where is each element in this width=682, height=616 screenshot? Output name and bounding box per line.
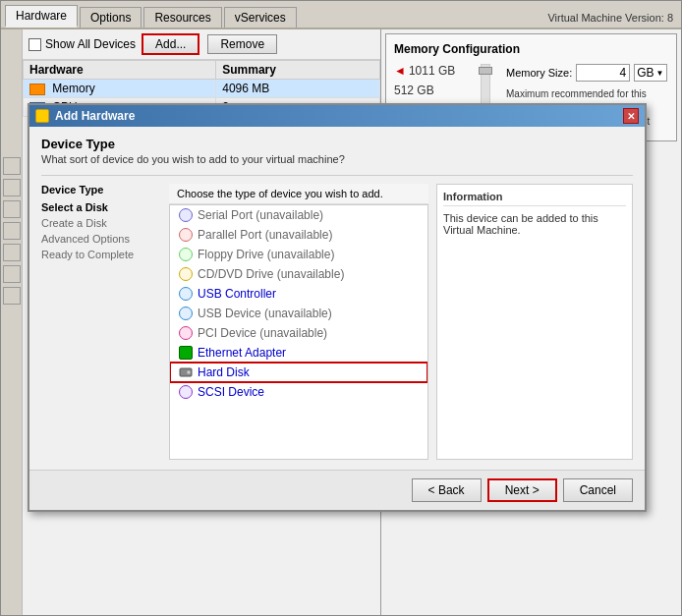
device-label: Hard Disk — [198, 365, 250, 379]
tab-resources[interactable]: Resources — [143, 7, 221, 28]
show-all-devices[interactable]: Show All Devices — [28, 37, 136, 51]
sidebar-icons — [1, 29, 23, 615]
sidebar-icon-2 — [3, 179, 21, 196]
sidebar-icon-7 — [3, 287, 21, 305]
sidebar-icon-3 — [3, 200, 21, 218]
memory-config-title: Memory Configuration — [394, 42, 668, 56]
hw-summary-memory: 4096 MB — [216, 80, 380, 98]
device-parallel-port[interactable]: Parallel Port (unavailable) — [170, 225, 427, 245]
mem-label-512: 512 GB — [394, 84, 434, 97]
mem-size-label: Memory Size: — [506, 67, 572, 79]
add-button[interactable]: Add... — [142, 33, 199, 55]
wizard-step-advanced: Advanced Options — [41, 233, 159, 245]
dialog-header-title: Device Type — [41, 137, 633, 151]
remove-button[interactable]: Remove — [207, 34, 277, 54]
device-label: PCI Device (unavailable) — [198, 326, 327, 340]
device-usb-controller[interactable]: USB Controller — [170, 284, 427, 304]
device-label: Ethernet Adapter — [198, 346, 286, 360]
harddisk-icon — [178, 364, 194, 380]
sidebar-icon-1 — [3, 157, 21, 175]
hw-name-memory: Memory — [24, 80, 216, 98]
wizard-step-select-disk[interactable]: Select a Disk — [41, 201, 159, 213]
serial-icon — [178, 207, 194, 223]
scsi-icon — [178, 384, 194, 400]
show-all-checkbox[interactable] — [28, 38, 41, 51]
device-list-container: Choose the type of device you wish to ad… — [169, 184, 428, 460]
tab-hardware[interactable]: Hardware — [5, 5, 78, 28]
dialog-body: Device Type What sort of device do you w… — [29, 127, 645, 470]
back-button[interactable]: < Back — [412, 478, 482, 502]
wizard-steps-title: Device Type — [41, 184, 159, 196]
device-label: Floppy Drive (unavailable) — [198, 248, 334, 261]
device-serial-port[interactable]: Serial Port (unavailable) — [170, 205, 427, 225]
add-hardware-dialog: Add Hardware ✕ Device Type What sort of … — [28, 103, 647, 512]
wizard-step-ready: Ready to Complete — [41, 249, 159, 260]
dialog-footer: < Back Next > Cancel — [29, 470, 645, 510]
device-list[interactable]: Serial Port (unavailable) Parallel Port … — [169, 204, 428, 460]
memory-size-row: Memory Size: GB ▼ — [506, 64, 668, 82]
device-hard-disk[interactable]: Hard Disk — [170, 363, 427, 382]
device-label: CD/DVD Drive (unavailable) — [198, 267, 344, 281]
device-usb-device[interactable]: USB Device (unavailable) — [170, 304, 427, 323]
device-label: Serial Port (unavailable) — [198, 208, 323, 222]
tab-options[interactable]: Options — [80, 7, 142, 28]
pci-icon — [178, 325, 194, 341]
mem-unit-label: GB — [637, 66, 654, 80]
chevron-down-icon: ▼ — [656, 69, 664, 78]
tab-bar: Hardware Options Resources vServices Vir… — [1, 1, 681, 29]
memory-size-input[interactable] — [576, 64, 630, 82]
dialog-header: Device Type What sort of device do you w… — [41, 137, 633, 165]
col-hardware: Hardware — [24, 61, 216, 80]
wizard-steps: Device Type Select a Disk Create a Disk … — [41, 184, 169, 460]
dialog-content: Device Type Select a Disk Create a Disk … — [41, 175, 633, 460]
wizard-step-create-disk: Create a Disk — [41, 217, 159, 229]
col-summary: Summary — [216, 61, 380, 80]
mem-unit-selector[interactable]: GB ▼ — [634, 64, 666, 82]
tab-vservices[interactable]: vServices — [224, 7, 297, 28]
device-pci[interactable]: PCI Device (unavailable) — [170, 323, 427, 343]
sidebar-icon-6 — [3, 265, 21, 283]
device-cd-dvd[interactable]: CD/DVD Drive (unavailable) — [170, 264, 427, 284]
device-ethernet[interactable]: Ethernet Adapter — [170, 343, 427, 363]
sidebar-icon-4 — [3, 222, 21, 240]
usb-controller-icon — [178, 286, 194, 302]
svg-point-1 — [187, 370, 191, 374]
cancel-button[interactable]: Cancel — [563, 478, 633, 502]
table-row[interactable]: Memory 4096 MB — [24, 80, 380, 98]
next-button[interactable]: Next > — [487, 478, 557, 502]
dialog-icon — [35, 109, 49, 123]
parallel-icon — [178, 227, 194, 243]
show-all-label: Show All Devices — [45, 37, 136, 51]
device-label: SCSI Device — [198, 385, 264, 399]
dialog-titlebar: Add Hardware ✕ — [29, 105, 645, 127]
info-title: Information — [443, 191, 626, 206]
cd-icon — [178, 266, 194, 282]
memory-icon — [29, 84, 45, 95]
mem-label-1011: 1011 GB — [409, 64, 455, 78]
ethernet-icon — [178, 345, 194, 361]
device-scsi[interactable]: SCSI Device — [170, 382, 427, 402]
floppy-icon — [178, 247, 194, 262]
device-label: USB Controller — [198, 287, 276, 301]
dialog-title: Add Hardware — [55, 109, 617, 123]
device-label: USB Device (unavailable) — [198, 307, 332, 320]
info-panel: Information This device can be added to … — [436, 184, 633, 460]
dialog-close-button[interactable]: ✕ — [623, 108, 639, 124]
slider-thumb[interactable] — [479, 67, 492, 75]
device-list-header: Choose the type of device you wish to ad… — [169, 184, 428, 204]
vm-version-label: Virtual Machine Version: 8 — [540, 8, 681, 28]
device-floppy-drive[interactable]: Floppy Drive (unavailable) — [170, 245, 427, 264]
usb-device-icon — [178, 306, 194, 321]
info-text: This device can be added to this Virtual… — [443, 212, 626, 236]
hardware-toolbar: Show All Devices Add... Remove — [23, 29, 380, 60]
dialog-header-desc: What sort of device do you wish to add t… — [41, 153, 633, 165]
sidebar-icon-5 — [3, 244, 21, 261]
device-label: Parallel Port (unavailable) — [198, 228, 332, 242]
